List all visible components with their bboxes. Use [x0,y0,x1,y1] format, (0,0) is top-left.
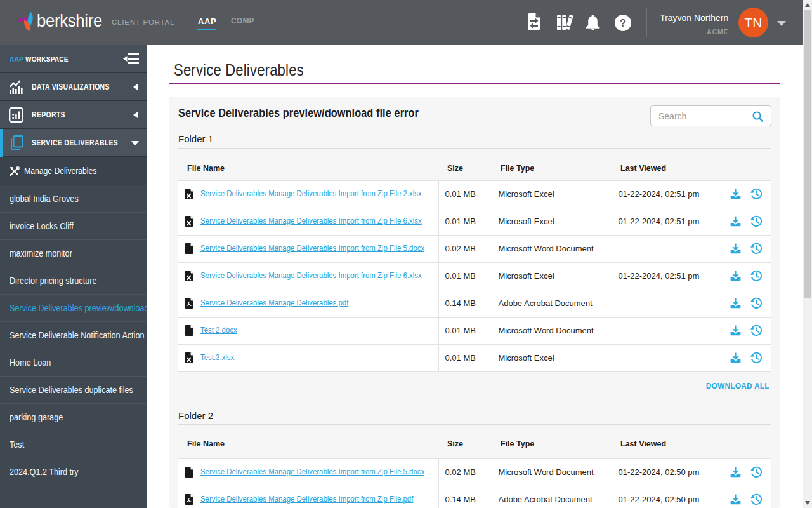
svg-text:?: ? [620,18,626,29]
